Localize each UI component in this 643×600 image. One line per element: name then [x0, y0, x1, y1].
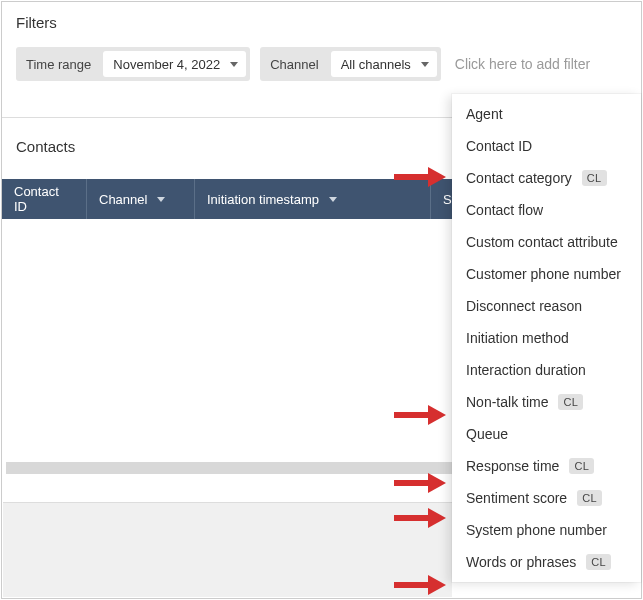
filter-option[interactable]: Words or phrasesCL — [452, 546, 641, 578]
filter-option[interactable]: Queue — [452, 418, 641, 450]
column-contact-id-label: Contact ID — [14, 184, 74, 214]
filters-title: Filters — [16, 14, 627, 31]
chevron-down-icon — [157, 197, 165, 202]
channel-label: Channel — [270, 57, 326, 72]
channel-value: All channels — [341, 57, 411, 72]
time-range-label: Time range — [26, 57, 99, 72]
filter-option-label: Interaction duration — [466, 362, 586, 378]
column-contact-id[interactable]: Contact ID — [2, 179, 87, 219]
filter-option[interactable]: Customer phone number — [452, 258, 641, 290]
filter-option[interactable]: System phone number — [452, 514, 641, 546]
cl-badge: CL — [577, 490, 602, 506]
filter-option[interactable]: Initiation method — [452, 322, 641, 354]
filter-option-label: Customer phone number — [466, 266, 621, 282]
time-range-dropdown[interactable]: November 4, 2022 — [103, 51, 246, 77]
filter-option[interactable]: Custom contact attribute — [452, 226, 641, 258]
chevron-down-icon — [329, 197, 337, 202]
cl-badge: CL — [586, 554, 611, 570]
filter-option[interactable]: Contact ID — [452, 130, 641, 162]
time-range-filter[interactable]: Time range November 4, 2022 — [16, 47, 250, 81]
filter-option-label: Words or phrases — [466, 554, 576, 570]
filter-option-label: Response time — [466, 458, 559, 474]
filter-row: Time range November 4, 2022 Channel All … — [16, 47, 627, 81]
filter-option-label: Contact ID — [466, 138, 532, 154]
filter-option[interactable]: Interaction duration — [452, 354, 641, 386]
column-channel[interactable]: Channel — [87, 179, 195, 219]
filter-option-label: Non-talk time — [466, 394, 548, 410]
filters-section: Filters Time range November 4, 2022 Chan… — [2, 2, 641, 81]
filter-option-label: Custom contact attribute — [466, 234, 618, 250]
footer-area — [3, 502, 452, 597]
cl-badge: CL — [569, 458, 594, 474]
filter-option-label: System phone number — [466, 522, 607, 538]
column-initiation-label: Initiation timestamp — [207, 192, 319, 207]
cl-badge: CL — [558, 394, 583, 410]
filter-option[interactable]: Sentiment scoreCL — [452, 482, 641, 514]
chevron-down-icon — [230, 62, 238, 67]
channel-dropdown[interactable]: All channels — [331, 51, 437, 77]
column-initiation-timestamp[interactable]: Initiation timestamp — [195, 179, 431, 219]
filter-option-label: Initiation method — [466, 330, 569, 346]
filter-options-dropdown[interactable]: AgentContact IDContact categoryCLContact… — [452, 94, 641, 582]
filter-option[interactable]: Disconnect reason — [452, 290, 641, 322]
column-channel-label: Channel — [99, 192, 147, 207]
filter-option-label: Queue — [466, 426, 508, 442]
filter-option[interactable]: Non-talk timeCL — [452, 386, 641, 418]
scrollbar-track[interactable] — [6, 462, 452, 474]
cl-badge: CL — [582, 170, 607, 186]
filter-option-label: Sentiment score — [466, 490, 567, 506]
filter-option-label: Agent — [466, 106, 503, 122]
filter-option-label: Contact category — [466, 170, 572, 186]
filter-option[interactable]: Contact flow — [452, 194, 641, 226]
filter-option[interactable]: Contact categoryCL — [452, 162, 641, 194]
time-range-value: November 4, 2022 — [113, 57, 220, 72]
filter-option[interactable]: Response timeCL — [452, 450, 641, 482]
filter-option-label: Contact flow — [466, 202, 543, 218]
filter-option[interactable]: Agent — [452, 98, 641, 130]
channel-filter[interactable]: Channel All channels — [260, 47, 441, 81]
filter-option-label: Disconnect reason — [466, 298, 582, 314]
add-filter-input[interactable]: Click here to add filter — [451, 56, 590, 72]
chevron-down-icon — [421, 62, 429, 67]
app-window: Filters Time range November 4, 2022 Chan… — [1, 1, 642, 599]
